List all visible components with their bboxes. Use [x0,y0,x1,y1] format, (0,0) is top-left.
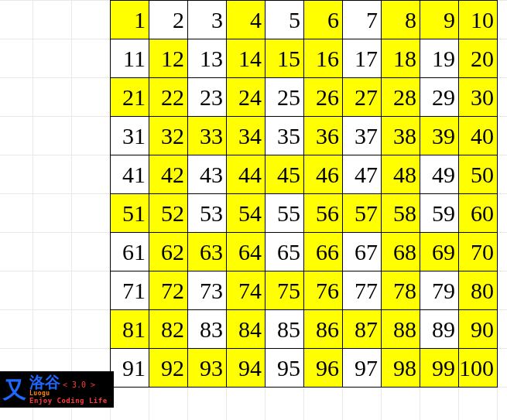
number-cell: 43 [188,155,227,194]
number-cell: 76 [304,271,343,310]
number-cell: 27 [343,78,382,117]
number-cell: 53 [188,194,227,233]
brand-tagline: Enjoy Coding Life [29,398,108,405]
number-cell: 52 [149,194,188,233]
number-cell: 72 [149,271,188,310]
number-cell: 12 [149,39,188,78]
number-cell: 78 [382,271,420,310]
number-cell: 73 [188,271,227,310]
table-row: 21222324252627282930 [111,78,498,117]
number-cell: 63 [188,233,227,271]
number-cell: 25 [265,78,304,117]
number-cell: 21 [111,78,149,117]
number-cell: 55 [265,194,304,233]
number-cell: 49 [420,155,459,194]
number-cell: 96 [304,349,343,388]
number-cell: 29 [420,78,459,117]
number-cell: 65 [265,233,304,271]
number-cell: 100 [459,349,498,388]
number-cell: 8 [382,1,420,39]
number-cell: 54 [227,194,265,233]
number-cell: 48 [382,155,420,194]
number-cell: 98 [382,349,420,388]
number-cell: 4 [227,1,265,39]
number-cell: 28 [382,78,420,117]
number-cell: 16 [304,39,343,78]
number-cell: 30 [459,78,498,117]
number-cell: 69 [420,233,459,271]
number-cell: 31 [111,117,149,155]
number-cell: 57 [343,194,382,233]
number-cell: 86 [304,310,343,349]
number-cell: 34 [227,117,265,155]
number-cell: 36 [304,117,343,155]
number-cell: 47 [343,155,382,194]
number-cell: 92 [149,349,188,388]
number-cell: 46 [304,155,343,194]
number-cell: 62 [149,233,188,271]
number-cell: 10 [459,1,498,39]
number-cell: 99 [420,349,459,388]
luogu-logo-icon: 又 [3,377,26,402]
table-row: 41424344454647484950 [111,155,498,194]
number-cell: 84 [227,310,265,349]
number-cell: 94 [227,349,265,388]
number-cell: 5 [265,1,304,39]
number-cell: 38 [382,117,420,155]
table-row: 71727374757677787980 [111,271,498,310]
number-cell: 64 [227,233,265,271]
number-cell: 97 [343,349,382,388]
number-cell: 6 [304,1,343,39]
number-cell: 82 [149,310,188,349]
number-cell: 90 [459,310,498,349]
number-cell: 33 [188,117,227,155]
number-cell: 37 [343,117,382,155]
number-cell: 85 [265,310,304,349]
number-cell: 80 [459,271,498,310]
number-cell: 91 [111,349,149,388]
number-cell: 39 [420,117,459,155]
number-cell: 58 [382,194,420,233]
table-row: 31323334353637383940 [111,117,498,155]
number-cell: 1 [111,1,149,39]
number-cell: 40 [459,117,498,155]
number-cell: 44 [227,155,265,194]
number-cell: 89 [420,310,459,349]
brand-name-cn: 洛谷 [29,374,60,391]
table-row: 81828384858687888990 [111,310,498,349]
table-row: 12345678910 [111,1,498,39]
number-cell: 95 [265,349,304,388]
number-cell: 50 [459,155,498,194]
number-cell: 70 [459,233,498,271]
number-cell: 77 [343,271,382,310]
number-cell: 2 [149,1,188,39]
number-cell: 24 [227,78,265,117]
number-cell: 66 [304,233,343,271]
number-cell: 13 [188,39,227,78]
luogu-watermark: 又 洛谷 < 3.0 > Luogu Enjoy Coding Life [0,371,114,408]
number-table: 1234567891011121314151617181920212223242… [110,0,498,388]
number-cell: 23 [188,78,227,117]
number-cell: 32 [149,117,188,155]
table-row: 919293949596979899100 [111,349,498,388]
number-cell: 45 [265,155,304,194]
number-cell: 93 [188,349,227,388]
number-cell: 83 [188,310,227,349]
table-row: 11121314151617181920 [111,39,498,78]
number-cell: 75 [265,271,304,310]
number-cell: 41 [111,155,149,194]
table-row: 51525354555657585960 [111,194,498,233]
number-cell: 87 [343,310,382,349]
number-cell: 81 [111,310,149,349]
number-cell: 26 [304,78,343,117]
number-cell: 19 [420,39,459,78]
number-cell: 14 [227,39,265,78]
number-cell: 88 [382,310,420,349]
brand-version: < 3.0 > [63,381,95,390]
number-cell: 67 [343,233,382,271]
number-cell: 9 [420,1,459,39]
number-cell: 18 [382,39,420,78]
number-cell: 3 [188,1,227,39]
number-cell: 59 [420,194,459,233]
number-cell: 15 [265,39,304,78]
